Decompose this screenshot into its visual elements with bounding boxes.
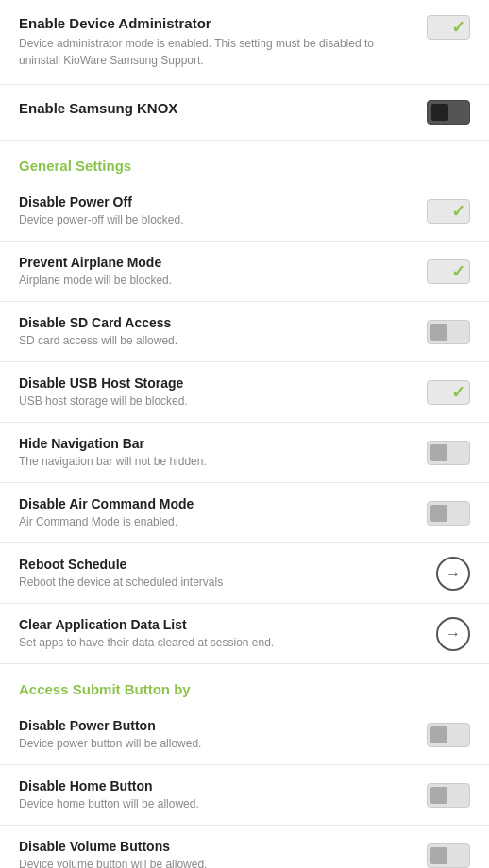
- setting-reboot-schedule: Reboot Schedule Reboot the device at sch…: [0, 543, 489, 604]
- toggle-disable-air-command[interactable]: [427, 501, 470, 526]
- section-header-access-submit: Access Submit Button by: [0, 664, 489, 705]
- check-icon: ✓: [451, 261, 465, 282]
- desc-reboot-schedule: Reboot the device at scheduled intervals: [19, 575, 421, 591]
- desc-clear-app-data: Set apps to have their data cleared at s…: [19, 635, 421, 651]
- setting-enable-samsung-knox: Enable Samsung KNOX: [0, 85, 489, 141]
- check-icon: ✓: [451, 201, 465, 222]
- section-header-general: General Settings: [0, 141, 489, 181]
- desc-disable-volume-buttons: Device volume button will be allowed.: [19, 857, 412, 868]
- title-prevent-airplane-mode: Prevent Airplane Mode: [19, 255, 412, 270]
- setting-hide-navigation-bar: Hide Navigation Bar The navigation bar w…: [0, 423, 489, 483]
- toggle-knob-volume-btn: [430, 847, 447, 864]
- title-reboot-schedule: Reboot Schedule: [19, 557, 421, 572]
- title-disable-power-off: Disable Power Off: [19, 194, 412, 209]
- title-disable-power-button: Disable Power Button: [19, 718, 412, 733]
- check-icon: ✓: [451, 382, 465, 403]
- desc-disable-air-command: Air Command Mode is enabled.: [19, 514, 412, 530]
- title-hide-navigation-bar: Hide Navigation Bar: [19, 436, 412, 451]
- toggle-hide-navigation-bar[interactable]: [427, 441, 470, 465]
- toggle-knob-power-btn: [430, 726, 447, 743]
- toggle-enable-device-admin[interactable]: ✓: [427, 15, 470, 40]
- desc-disable-power-button: Device power button will be allowed.: [19, 736, 412, 752]
- title-disable-air-command: Disable Air Command Mode: [19, 496, 412, 511]
- setting-disable-usb-host: Disable USB Host Storage USB host storag…: [0, 362, 489, 423]
- setting-title-enable-device-admin: Enable Device Administrator: [19, 15, 412, 31]
- setting-text-samsung-knox: Enable Samsung KNOX: [19, 100, 427, 120]
- toggle-disable-power-off[interactable]: ✓: [427, 199, 470, 224]
- toggle-knob-air: [430, 505, 447, 522]
- toggle-prevent-airplane-mode[interactable]: ✓: [427, 259, 470, 284]
- setting-text-enable-device-admin: Enable Device Administrator Device admin…: [19, 15, 427, 69]
- toggle-disable-volume-buttons[interactable]: [427, 843, 470, 868]
- setting-clear-app-data: Clear Application Data List Set apps to …: [0, 604, 489, 664]
- arrow-reboot-schedule[interactable]: →: [436, 557, 470, 591]
- toggle-knob-sd: [430, 324, 447, 341]
- setting-disable-volume-buttons: Disable Volume Buttons Device volume but…: [0, 826, 489, 868]
- setting-disable-power-button: Disable Power Button Device power button…: [0, 705, 489, 765]
- setting-title-samsung-knox: Enable Samsung KNOX: [19, 100, 412, 116]
- check-icon: ✓: [451, 17, 465, 38]
- setting-disable-air-command: Disable Air Command Mode Air Command Mod…: [0, 483, 489, 543]
- desc-disable-home-button: Device home button will be allowed.: [19, 796, 412, 812]
- title-clear-app-data: Clear Application Data List: [19, 617, 421, 632]
- toggle-disable-usb-host[interactable]: ✓: [427, 380, 470, 405]
- settings-list: Enable Device Administrator Device admin…: [0, 0, 489, 868]
- setting-disable-home-button: Disable Home Button Device home button w…: [0, 765, 489, 826]
- title-disable-home-button: Disable Home Button: [19, 778, 412, 793]
- desc-prevent-airplane-mode: Airplane mode will be blocked.: [19, 273, 412, 289]
- setting-enable-device-admin: Enable Device Administrator Device admin…: [0, 0, 489, 85]
- title-disable-volume-buttons: Disable Volume Buttons: [19, 839, 412, 854]
- arrow-right-icon[interactable]: →: [436, 557, 470, 591]
- toggle-disable-power-button[interactable]: [427, 723, 470, 747]
- toggle-disable-home-button[interactable]: [427, 783, 470, 808]
- setting-disable-sd-card: Disable SD Card Access SD card access wi…: [0, 302, 489, 362]
- desc-disable-sd-card: SD card access will be allowed.: [19, 333, 412, 349]
- arrow-clear-app-data[interactable]: →: [436, 617, 470, 651]
- desc-disable-usb-host: USB host storage will be blocked.: [19, 393, 412, 409]
- arrow-right-icon[interactable]: →: [436, 617, 470, 651]
- title-disable-usb-host: Disable USB Host Storage: [19, 376, 412, 391]
- toggle-knob-home-btn: [430, 787, 447, 804]
- desc-disable-power-off: Device power-off will be blocked.: [19, 212, 412, 228]
- toggle-disable-sd-card[interactable]: [427, 320, 470, 344]
- setting-prevent-airplane-mode: Prevent Airplane Mode Airplane mode will…: [0, 242, 489, 302]
- desc-hide-navigation-bar: The navigation bar will not be hidden.: [19, 454, 412, 470]
- setting-desc-enable-device-admin: Device administrator mode is enabled. Th…: [19, 35, 412, 69]
- toggle-knob-dark: [431, 104, 448, 121]
- setting-disable-power-off: Disable Power Off Device power-off will …: [0, 181, 489, 242]
- title-disable-sd-card: Disable SD Card Access: [19, 315, 412, 330]
- toggle-samsung-knox[interactable]: [427, 100, 470, 125]
- toggle-knob-nav: [430, 444, 447, 461]
